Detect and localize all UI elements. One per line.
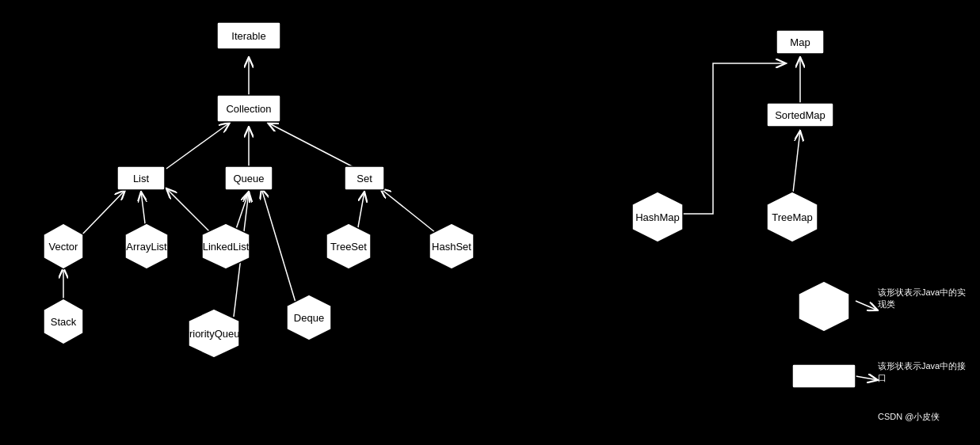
node-priorityqueue: PriorityQueue <box>182 309 245 358</box>
label-treemap: TreeMap <box>772 211 813 223</box>
arrow-treemap-sortedmap <box>792 131 800 200</box>
node-iterable: Iterable <box>217 22 280 49</box>
diagram-svg: Iterable Collection List Queue Set Map S… <box>0 0 980 445</box>
legend-hex-shape <box>799 281 849 332</box>
node-collection: Collection <box>217 95 280 122</box>
label-collection: Collection <box>226 103 271 115</box>
arrow-hashmap-map <box>683 63 786 214</box>
arrow-list-collection <box>166 123 230 169</box>
label-hashmap: HashMap <box>635 211 680 223</box>
credit-text: CSDN @小皮侠 <box>878 412 940 421</box>
arrow-linkedlist-list <box>166 188 214 236</box>
label-queue: Queue <box>233 173 264 184</box>
label-arraylist: ArrayList <box>126 241 167 253</box>
node-stack: Stack <box>44 299 83 344</box>
arrow-vector-list <box>79 190 125 238</box>
node-linkedlist: LinkedList <box>202 223 250 269</box>
node-sortedmap: SortedMap <box>767 103 833 127</box>
label-iterable: Iterable <box>231 30 265 42</box>
node-vector: Vector <box>44 223 83 269</box>
arrow-legend-hex <box>856 301 878 310</box>
legend-hex-text: 该形状表示Java中的实现类 <box>878 287 973 334</box>
label-hashset: HashSet <box>432 241 471 253</box>
label-sortedmap: SortedMap <box>775 109 826 121</box>
node-hashset: HashSet <box>429 223 474 269</box>
label-map: Map <box>790 36 810 48</box>
node-arraylist: ArrayList <box>125 223 168 269</box>
node-treemap: TreeMap <box>767 192 818 242</box>
node-treeset: TreeSet <box>326 223 371 269</box>
legend-rect-text: 该形状表示Java中的接口 <box>878 360 973 404</box>
node-set: Set <box>345 166 384 190</box>
label-vector: Vector <box>49 241 79 253</box>
label-stack: Stack <box>51 316 77 328</box>
arrow-deque-queue <box>261 188 296 305</box>
node-list: List <box>117 166 165 190</box>
label-set: Set <box>357 173 372 184</box>
node-map: Map <box>776 30 824 54</box>
label-deque: Deque <box>294 312 324 324</box>
label-list: List <box>133 173 150 184</box>
svg-marker-20 <box>799 281 849 332</box>
arrow-set-collection <box>268 123 357 169</box>
svg-rect-9 <box>792 364 856 388</box>
node-deque: Deque <box>287 295 331 340</box>
node-hashmap: HashMap <box>632 192 683 242</box>
label-linkedlist: LinkedList <box>203 241 250 253</box>
arrow-hashset-set <box>380 188 440 236</box>
label-priorityqueue: PriorityQueue <box>182 328 245 340</box>
legend-rect-shape <box>792 364 856 388</box>
arrow-legend-rect <box>856 376 878 380</box>
label-treeset: TreeSet <box>330 241 367 253</box>
node-queue: Queue <box>225 166 273 190</box>
